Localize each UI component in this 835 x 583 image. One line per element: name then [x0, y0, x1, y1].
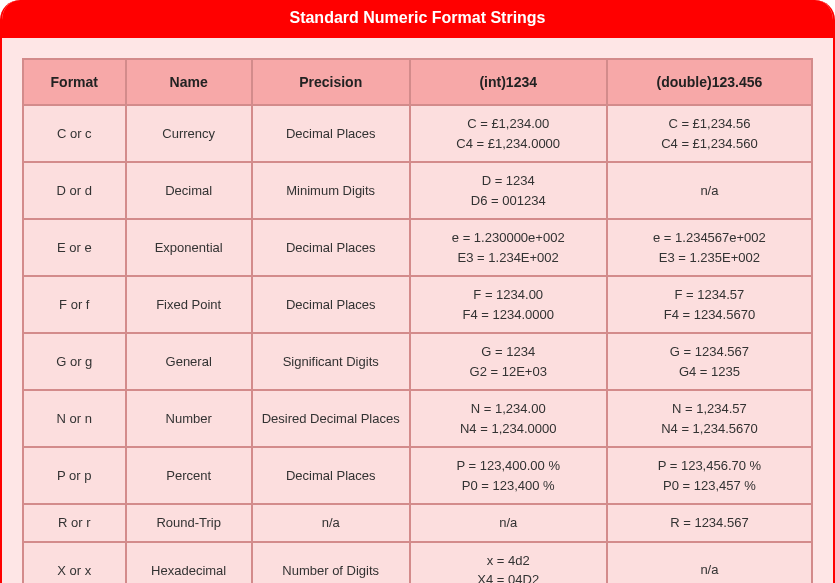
cell-int-example-line: X4 = 04D2 — [417, 570, 600, 583]
cell-double-example-line: R = 1234.567 — [614, 513, 805, 533]
cell-precision: Decimal Places — [252, 276, 410, 333]
table-row: X or xHexadecimalNumber of Digitsx = 4d2… — [23, 542, 812, 584]
cell-format: E or e — [23, 219, 126, 276]
cell-double-example-line: n/a — [614, 560, 805, 580]
cell-name: Number — [126, 390, 252, 447]
cell-double-example: e = 1.234567e+002E3 = 1.235E+002 — [607, 219, 812, 276]
format-table: Format Name Precision (int)1234 (double)… — [22, 58, 813, 583]
cell-int-example: N = 1,234.00N4 = 1,234.0000 — [410, 390, 607, 447]
cell-double-example-line: F = 1234.57 — [614, 285, 805, 305]
cell-name: Currency — [126, 105, 252, 162]
cell-int-example: C = £1,234.00C4 = £1,234.0000 — [410, 105, 607, 162]
col-name: Name — [126, 59, 252, 105]
cell-double-example-line: n/a — [614, 181, 805, 201]
cell-format: G or g — [23, 333, 126, 390]
panel-body: Format Name Precision (int)1234 (double)… — [2, 38, 833, 583]
cell-int-example: G = 1234G2 = 12E+03 — [410, 333, 607, 390]
cell-precision: Significant Digits — [252, 333, 410, 390]
cell-int-example-line: D = 1234 — [417, 171, 600, 191]
cell-int-example: P = 123,400.00 %P0 = 123,400 % — [410, 447, 607, 504]
cell-double-example-line: F4 = 1234.5670 — [614, 305, 805, 325]
table-row: D or dDecimalMinimum DigitsD = 1234D6 = … — [23, 162, 812, 219]
cell-int-example-line: e = 1.230000e+002 — [417, 228, 600, 248]
table-row: R or rRound-Tripn/an/aR = 1234.567 — [23, 504, 812, 542]
cell-int-example-line: x = 4d2 — [417, 551, 600, 571]
cell-double-example: P = 123,456.70 %P0 = 123,457 % — [607, 447, 812, 504]
cell-int-example-line: N4 = 1,234.0000 — [417, 419, 600, 439]
cell-double-example-line: C = £1,234.56 — [614, 114, 805, 134]
cell-double-example-line: E3 = 1.235E+002 — [614, 248, 805, 268]
cell-precision: Minimum Digits — [252, 162, 410, 219]
cell-double-example-line: N4 = 1,234.5670 — [614, 419, 805, 439]
cell-format: F or f — [23, 276, 126, 333]
format-strings-panel: Standard Numeric Format Strings Format N… — [0, 0, 835, 583]
table-body: C or cCurrencyDecimal PlacesC = £1,234.0… — [23, 105, 812, 583]
cell-double-example-line: P = 123,456.70 % — [614, 456, 805, 476]
table-row: C or cCurrencyDecimal PlacesC = £1,234.0… — [23, 105, 812, 162]
cell-int-example-line: C4 = £1,234.0000 — [417, 134, 600, 154]
cell-double-example: F = 1234.57F4 = 1234.5670 — [607, 276, 812, 333]
cell-precision: Decimal Places — [252, 105, 410, 162]
panel-title: Standard Numeric Format Strings — [2, 0, 833, 38]
cell-precision: Number of Digits — [252, 542, 410, 584]
cell-name: Round-Trip — [126, 504, 252, 542]
table-row: G or gGeneralSignificant DigitsG = 1234G… — [23, 333, 812, 390]
cell-int-example-line: F = 1234.00 — [417, 285, 600, 305]
cell-double-example: N = 1,234.57N4 = 1,234.5670 — [607, 390, 812, 447]
cell-double-example: n/a — [607, 162, 812, 219]
cell-double-example-line: G = 1234.567 — [614, 342, 805, 362]
cell-double-example-line: N = 1,234.57 — [614, 399, 805, 419]
cell-precision: n/a — [252, 504, 410, 542]
table-header-row: Format Name Precision (int)1234 (double)… — [23, 59, 812, 105]
cell-name: Fixed Point — [126, 276, 252, 333]
cell-int-example-line: C = £1,234.00 — [417, 114, 600, 134]
col-double: (double)123.456 — [607, 59, 812, 105]
cell-int-example: e = 1.230000e+002E3 = 1.234E+002 — [410, 219, 607, 276]
cell-name: Exponential — [126, 219, 252, 276]
cell-format: D or d — [23, 162, 126, 219]
cell-int-example-line: P0 = 123,400 % — [417, 476, 600, 496]
cell-format: R or r — [23, 504, 126, 542]
cell-int-example: n/a — [410, 504, 607, 542]
cell-double-example-line: P0 = 123,457 % — [614, 476, 805, 496]
cell-int-example-line: n/a — [417, 513, 600, 533]
table-row: F or fFixed PointDecimal PlacesF = 1234.… — [23, 276, 812, 333]
table-row: P or pPercentDecimal PlacesP = 123,400.0… — [23, 447, 812, 504]
table-row: E or eExponentialDecimal Placese = 1.230… — [23, 219, 812, 276]
cell-int-example-line: G2 = 12E+03 — [417, 362, 600, 382]
cell-int-example-line: N = 1,234.00 — [417, 399, 600, 419]
cell-double-example: n/a — [607, 542, 812, 584]
cell-name: Percent — [126, 447, 252, 504]
cell-int-example-line: P = 123,400.00 % — [417, 456, 600, 476]
cell-precision: Decimal Places — [252, 219, 410, 276]
cell-int-example-line: E3 = 1.234E+002 — [417, 248, 600, 268]
cell-int-example-line: D6 = 001234 — [417, 191, 600, 211]
cell-format: X or x — [23, 542, 126, 584]
cell-int-example-line: G = 1234 — [417, 342, 600, 362]
cell-name: Hexadecimal — [126, 542, 252, 584]
cell-name: Decimal — [126, 162, 252, 219]
cell-int-example: x = 4d2X4 = 04D2 — [410, 542, 607, 584]
cell-int-example-line: F4 = 1234.0000 — [417, 305, 600, 325]
col-int: (int)1234 — [410, 59, 607, 105]
cell-double-example-line: e = 1.234567e+002 — [614, 228, 805, 248]
cell-double-example-line: G4 = 1235 — [614, 362, 805, 382]
cell-double-example-line: C4 = £1,234.560 — [614, 134, 805, 154]
table-row: N or nNumberDesired Decimal PlacesN = 1,… — [23, 390, 812, 447]
cell-format: C or c — [23, 105, 126, 162]
col-format: Format — [23, 59, 126, 105]
cell-format: N or n — [23, 390, 126, 447]
cell-int-example: F = 1234.00F4 = 1234.0000 — [410, 276, 607, 333]
cell-precision: Decimal Places — [252, 447, 410, 504]
cell-double-example: C = £1,234.56C4 = £1,234.560 — [607, 105, 812, 162]
cell-double-example: R = 1234.567 — [607, 504, 812, 542]
cell-name: General — [126, 333, 252, 390]
cell-precision: Desired Decimal Places — [252, 390, 410, 447]
cell-int-example: D = 1234D6 = 001234 — [410, 162, 607, 219]
cell-double-example: G = 1234.567G4 = 1235 — [607, 333, 812, 390]
col-precision: Precision — [252, 59, 410, 105]
cell-format: P or p — [23, 447, 126, 504]
